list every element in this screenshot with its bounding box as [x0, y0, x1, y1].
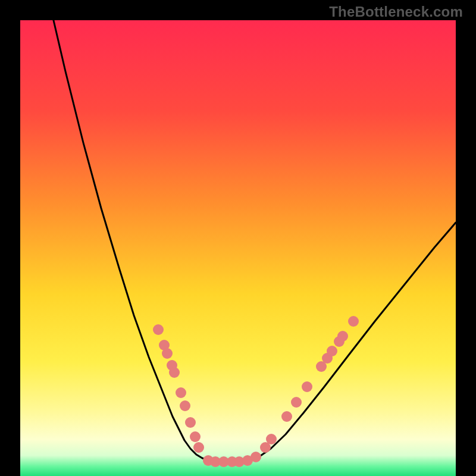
- marker-dot: [169, 367, 180, 378]
- marker-dot: [291, 397, 302, 408]
- marker-dot: [348, 316, 359, 327]
- marker-dot: [266, 434, 277, 444]
- chart-gradient-bg: [20, 20, 456, 476]
- marker-dot: [327, 346, 337, 356]
- chart-frame: TheBottleneck.com: [0, 0, 476, 476]
- watermark-text: TheBottleneck.com: [329, 4, 463, 20]
- marker-dot: [250, 452, 261, 462]
- marker-dot: [153, 324, 164, 335]
- marker-dot: [302, 381, 312, 392]
- bottleneck-chart: [0, 0, 476, 476]
- marker-dot: [193, 442, 204, 453]
- marker-dot: [185, 417, 196, 428]
- marker-dot: [337, 331, 348, 342]
- marker-dot: [190, 431, 201, 442]
- marker-dot: [176, 387, 186, 398]
- marker-dot: [281, 411, 292, 422]
- marker-dot: [180, 400, 190, 411]
- marker-dot: [162, 348, 173, 359]
